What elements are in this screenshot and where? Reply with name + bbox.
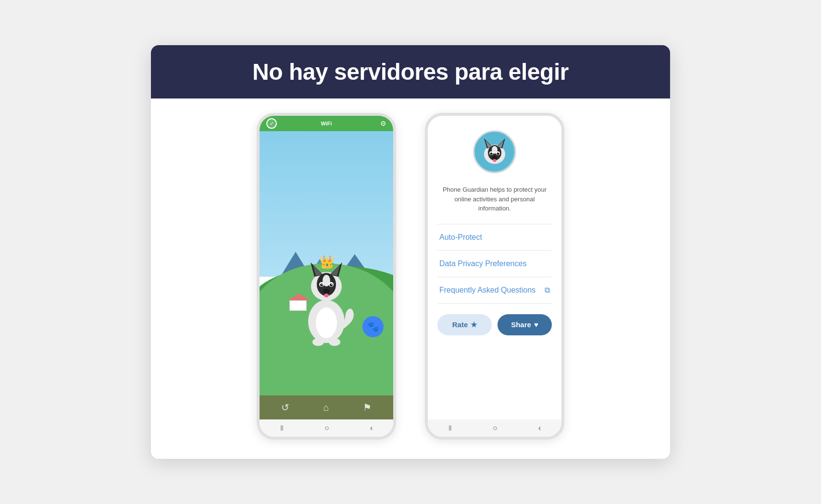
rate-button[interactable]: Rate ★ — [437, 314, 492, 335]
right-sys-back-icon[interactable]: ‹ — [538, 424, 541, 432]
divider-3 — [437, 277, 552, 277]
check-icon: ✓ — [266, 118, 277, 129]
divider-4 — [437, 303, 552, 304]
svg-point-9 — [322, 284, 323, 285]
share-button[interactable]: Share ♥ — [498, 314, 552, 335]
left-phone-sys-nav: ⦀ ○ ‹ — [260, 419, 393, 437]
paw-button[interactable]: 🐾 — [362, 316, 384, 337]
phone-left: ✓ WiFi ⚙ — [257, 113, 396, 440]
action-buttons-row: Rate ★ Share ♥ — [437, 314, 552, 335]
main-card: No hay servidores para elegir ✓ WiFi ⚙ — [151, 45, 670, 459]
menu-item-auto-protect[interactable]: Auto-Protect — [437, 225, 552, 249]
dog-illustration: 👑 — [295, 252, 358, 348]
divider-2 — [437, 250, 552, 251]
left-phone-navbar: ↺ ⌂ ⚑ — [260, 395, 393, 419]
phone-right: Phone Guardian helps to protect your onl… — [425, 113, 564, 440]
svg-point-26 — [490, 153, 493, 155]
sys-menu-icon[interactable]: ⦀ — [280, 424, 284, 432]
rate-label: Rate — [452, 320, 468, 329]
svg-point-17 — [312, 338, 324, 346]
sys-back-icon[interactable]: ‹ — [370, 424, 373, 432]
svg-point-18 — [329, 338, 340, 346]
right-sys-home-icon[interactable]: ○ — [493, 424, 498, 432]
flag-nav-icon[interactable]: ⚑ — [363, 402, 372, 413]
svg-point-1 — [316, 307, 337, 338]
sys-home-icon[interactable]: ○ — [324, 424, 329, 432]
svg-point-28 — [492, 156, 497, 160]
external-link-icon: ⧉ — [545, 286, 550, 295]
star-icon: ★ — [471, 320, 477, 329]
divider-1 — [437, 224, 552, 224]
right-phone-content: Phone Guardian helps to protect your onl… — [428, 116, 561, 419]
heart-icon: ♥ — [534, 320, 538, 329]
faq-label: Frequently Asked Questions — [439, 286, 535, 295]
right-phone-sys-nav: ⦀ ○ ‹ — [428, 419, 561, 437]
menu-item-faq[interactable]: Frequently Asked Questions ⧉ — [437, 278, 552, 302]
svg-point-29 — [493, 159, 497, 162]
data-privacy-label: Data Privacy Preferences — [439, 259, 526, 268]
left-phone-topbar: ✓ WiFi ⚙ — [260, 116, 393, 131]
svg-point-7 — [320, 283, 323, 286]
refresh-nav-icon[interactable]: ↺ — [281, 402, 289, 413]
svg-point-11 — [323, 289, 330, 294]
auto-protect-label: Auto-Protect — [439, 233, 482, 242]
svg-text:👑: 👑 — [319, 254, 335, 270]
share-label: Share — [511, 320, 531, 329]
svg-point-12 — [324, 294, 329, 297]
left-phone-scene: 👑 🐾 — [260, 131, 393, 395]
svg-point-8 — [330, 283, 333, 286]
wifi-label: WiFi — [321, 121, 332, 126]
svg-point-10 — [331, 284, 332, 285]
svg-point-27 — [497, 153, 499, 155]
right-sys-menu-icon[interactable]: ⦀ — [448, 424, 452, 432]
home-nav-icon[interactable]: ⌂ — [323, 402, 329, 413]
app-description: Phone Guardian helps to protect your onl… — [437, 185, 552, 213]
app-avatar — [473, 130, 516, 173]
phones-row: ✓ WiFi ⚙ — [151, 98, 670, 459]
menu-item-data-privacy[interactable]: Data Privacy Preferences — [437, 252, 552, 276]
banner-title: No hay servidores para elegir — [170, 59, 651, 85]
gear-icon: ⚙ — [380, 120, 386, 127]
banner: No hay servidores para elegir — [151, 45, 670, 98]
